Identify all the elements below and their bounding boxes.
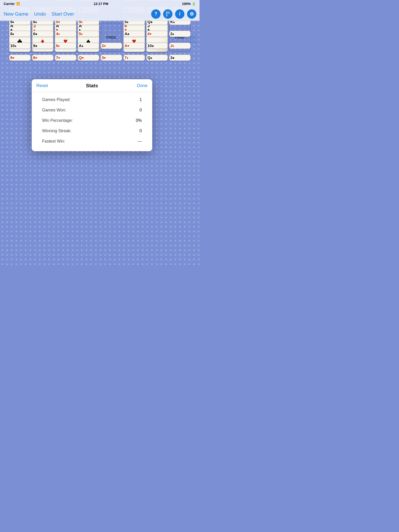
stats-label-fastest: Fastest Win: [42,139,65,144]
card-5-1[interactable]: A♥ [123,43,145,49]
card-1-2[interactable]: 6♣ [32,31,54,37]
battery-icon: 🔋 [192,2,196,6]
undo-button[interactable]: Undo [34,10,46,18]
card-3-2[interactable]: 5♦ [78,31,99,37]
stats-value-games-played: 1 [139,97,142,102]
carrier-label: Carrier [4,2,15,6]
info-icon[interactable]: i [175,9,184,19]
card-2-0[interactable]: 7♥ [55,55,76,61]
card-7-2[interactable]: 2♠ [169,31,191,37]
card-4-0[interactable]: 3♥ [101,55,122,61]
stats-value-win-pct: 0% [136,118,142,123]
card-7-1[interactable]: J♦ [169,43,191,49]
card-2-2[interactable]: 4♦ [55,31,76,37]
card-1-0[interactable]: 8♥ [32,55,54,61]
card-0-1[interactable]: 10♠ [9,43,31,49]
wifi-icon: 📶 [16,2,20,5]
card-3-0[interactable]: Q♥ [78,55,99,61]
stats-row-games-won: Games Won: 0 [32,105,152,115]
stats-row-fastest: Fastest Win: --- [32,136,152,147]
battery-label: 100% [182,2,191,6]
nav-left: New Game Undo Start Over [3,10,75,18]
card-0-0[interactable]: 9♥ [9,55,31,61]
card-5-2[interactable]: A♣ [123,31,145,37]
status-left: Carrier 📶 [4,2,20,6]
nav-right: ? 2|13 i ⚙ [151,9,196,19]
stats-header: Reset Stats Done [32,79,152,92]
card-7-0[interactable]: 3♣ [169,55,191,61]
stats-modal: Reset Stats Done Games Played: 1 Games W… [32,79,152,151]
stats-label-games-won: Games Won: [42,108,66,112]
stats-row-streak: Winning Streak: 0 [32,126,152,136]
top-row: A ♣ ♣ 3 ♦ ♦ A ♥ ♥ A ♠ ♠ FREE 6 ♥ ♥ J [2,23,198,52]
stats-row-games-played: Games Played: 1 [32,95,152,105]
stats-reset-button[interactable]: Reset [36,83,55,88]
status-time: 12:17 PM [94,2,108,6]
stats-label-games-played: Games Played: [42,97,70,102]
stats-label-win-pct: Win Percentage: [42,118,73,123]
stats-value-fastest: --- [138,139,142,144]
start-over-button[interactable]: Start Over [51,10,75,18]
stats-done-button[interactable]: Done [129,83,148,88]
card-1-1[interactable]: 9♣ [32,43,54,49]
stats-title: Stats [55,83,129,89]
new-game-button[interactable]: New Game [3,10,29,18]
nav-bar: New Game Undo Start Over ? 2|13 i ⚙ [0,7,200,21]
settings-icon[interactable]: ⚙ [187,9,196,19]
stats-value-streak: 0 [139,129,142,133]
card-0-2[interactable]: 8♠ [9,31,31,37]
status-bar: Carrier 📶 12:17 PM 100% 🔋 [0,0,200,7]
stats-value-games-won: 0 [139,108,142,112]
stats-body: Games Played: 1 Games Won: 0 Win Percent… [32,92,152,151]
stats-row-win-pct: Win Percentage: 0% [32,115,152,126]
help-icon[interactable]: ? [151,9,161,19]
card-6-0[interactable]: Q♠ [146,55,168,61]
card-4-1[interactable]: 2♥ [101,43,122,49]
stats-label-streak: Winning Streak: [42,129,71,133]
card-3-1[interactable]: A♠ [78,43,99,49]
card-6-2[interactable]: 4♥ [146,31,168,37]
card-5-0[interactable]: 7♦ [123,55,145,61]
card-2-1[interactable]: 6♦ [55,43,76,49]
card-6-1[interactable]: 10♣ [146,43,168,49]
status-right: 100% 🔋 [182,2,196,6]
game-area: A ♣ ♣ 3 ♦ ♦ A ♥ ♥ A ♠ ♠ FREE 6 ♥ ♥ J [0,21,200,57]
score-icon[interactable]: 2|13 [163,9,172,19]
